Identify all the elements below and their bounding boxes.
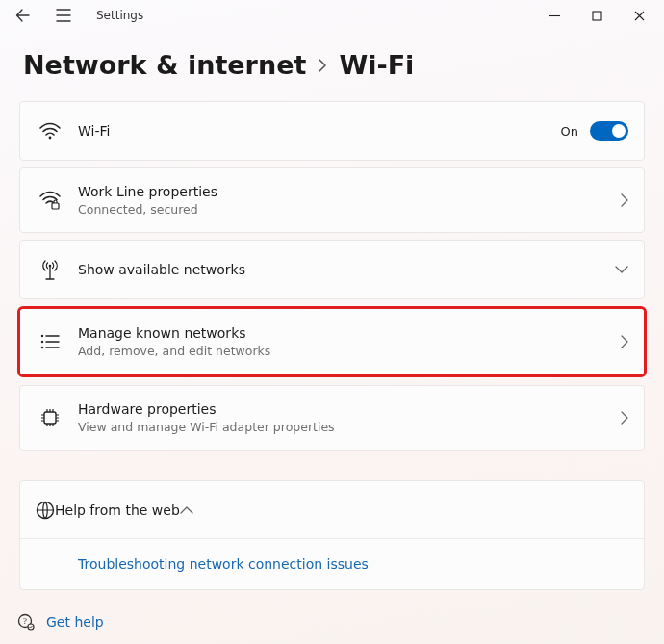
chevron-right-icon	[318, 58, 327, 73]
svg-rect-2	[52, 203, 59, 209]
nav-menu-button[interactable]	[46, 3, 81, 28]
breadcrumb-current: Wi-Fi	[339, 50, 414, 80]
help-header-row[interactable]: Help from the web	[20, 481, 644, 539]
title-bar: Settings	[0, 0, 664, 31]
get-help-label: Get help	[46, 614, 104, 630]
minimize-icon	[549, 11, 560, 21]
svg-point-5	[41, 341, 43, 343]
svg-rect-0	[593, 12, 601, 20]
manage-known-networks-title: Manage known networks	[78, 324, 621, 343]
manage-known-networks-row[interactable]: Manage known networks Add, remove, and e…	[20, 309, 644, 374]
back-button[interactable]	[10, 3, 37, 28]
globe-icon	[36, 501, 55, 520]
help-link-troubleshoot[interactable]: Troubleshooting network connection issue…	[78, 556, 369, 572]
wifi-icon	[36, 122, 64, 140]
help-section: Help from the web Troubleshooting networ…	[19, 480, 645, 590]
chevron-up-icon	[180, 506, 193, 514]
get-help-link[interactable]: ? Get help	[17, 613, 104, 631]
wifi-toggle-row: Wi-Fi On	[19, 101, 645, 161]
help-badge-icon: ?	[17, 613, 35, 631]
hardware-properties-title: Hardware properties	[78, 400, 621, 419]
hardware-properties-subtitle: View and manage Wi-Fi adapter properties	[78, 419, 621, 436]
chevron-down-icon	[615, 266, 628, 273]
svg-rect-7	[44, 412, 56, 424]
svg-point-6	[41, 347, 43, 348]
chevron-right-icon	[621, 193, 628, 207]
app-title: Settings	[96, 9, 143, 22]
svg-point-1	[49, 137, 52, 140]
chevron-right-icon	[621, 335, 628, 348]
wifi-lock-icon	[36, 191, 64, 210]
antenna-icon	[36, 259, 64, 280]
highlight-box: Manage known networks Add, remove, and e…	[17, 306, 647, 377]
network-properties-subtitle: Connected, secured	[78, 201, 621, 219]
wifi-toggle[interactable]	[590, 121, 628, 141]
wifi-toggle-label: Wi-Fi	[78, 122, 561, 141]
arrow-left-icon	[15, 8, 31, 23]
breadcrumb-prev[interactable]: Network & internet	[23, 50, 306, 80]
show-available-networks-row[interactable]: Show available networks	[19, 240, 645, 299]
chip-icon	[36, 408, 64, 427]
hamburger-icon	[56, 9, 71, 22]
list-icon	[36, 334, 64, 349]
chevron-right-icon	[621, 411, 628, 425]
hardware-properties-row[interactable]: Hardware properties View and manage Wi-F…	[19, 385, 645, 451]
window-close-button[interactable]	[618, 1, 660, 30]
close-icon	[634, 11, 645, 21]
window-minimize-button[interactable]	[533, 1, 575, 30]
show-available-networks-label: Show available networks	[78, 261, 615, 279]
network-properties-title: Work Line properties	[78, 183, 621, 201]
network-properties-row[interactable]: Work Line properties Connected, secured	[19, 167, 645, 233]
manage-known-networks-subtitle: Add, remove, and edit networks	[78, 343, 621, 360]
breadcrumb: Network & internet Wi-Fi	[23, 50, 645, 80]
help-title: Help from the web	[55, 502, 180, 518]
wifi-state-label: On	[561, 124, 578, 139]
svg-text:?: ?	[23, 616, 27, 626]
window-maximize-button[interactable]	[575, 1, 618, 30]
svg-point-4	[41, 335, 43, 337]
maximize-icon	[592, 11, 602, 21]
